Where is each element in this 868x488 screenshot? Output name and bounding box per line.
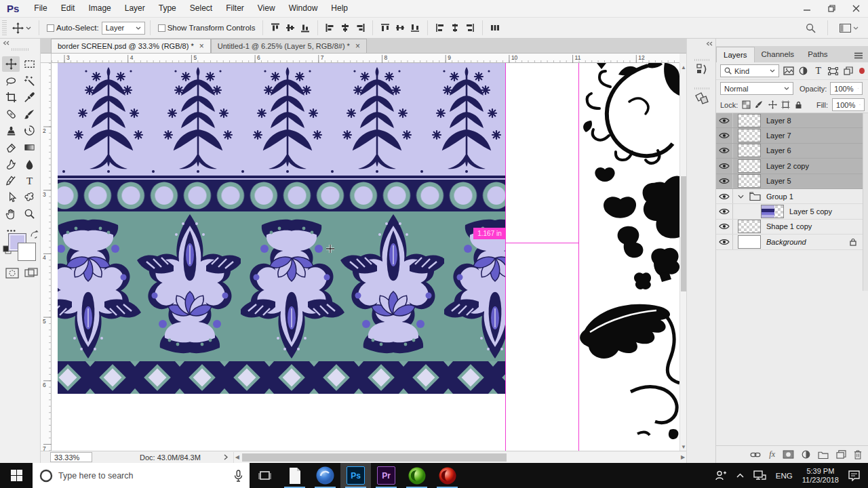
show-transform-toggle[interactable]: Show Transform Controls (155, 24, 258, 32)
workspace-switcher-icon[interactable] (840, 24, 859, 33)
blend-mode-select[interactable]: Normal (720, 82, 793, 95)
panel-scrollbar[interactable] (863, 113, 868, 291)
filter-smart-objects-icon[interactable] (843, 66, 854, 75)
layer-thumbnail[interactable] (738, 129, 761, 142)
tab-channels[interactable]: Channels (755, 47, 802, 62)
pen-tool[interactable] (2, 173, 20, 188)
show-hidden-icons-chevron[interactable] (736, 473, 744, 478)
brush-tool[interactable] (20, 106, 38, 122)
blur-tool[interactable] (20, 157, 38, 172)
quick-mask-icon[interactable] (5, 268, 19, 279)
path-selection-tool[interactable] (2, 190, 20, 205)
taskbar-app-media-green[interactable] (401, 463, 432, 488)
layer-row-layer-8[interactable]: Layer 8 (716, 113, 863, 128)
taskbar-search[interactable] (33, 463, 250, 488)
layer-thumbnail[interactable] (738, 174, 761, 188)
layer-row-background[interactable]: Background (716, 235, 863, 249)
move-tool-preset[interactable] (9, 22, 34, 34)
opacity-input[interactable]: 100% (830, 82, 863, 95)
network-icon[interactable] (753, 470, 766, 481)
menu-filter[interactable]: Filter (219, 0, 251, 17)
layer-row-layer-2-copy[interactable]: Layer 2 copy (716, 159, 863, 174)
align-top-edges-icon[interactable] (269, 21, 282, 35)
menu-layer[interactable]: Layer (118, 0, 152, 17)
close-tab-icon[interactable]: × (199, 43, 204, 49)
crop-tool[interactable] (2, 89, 20, 105)
align-horizontal-centers-icon[interactable] (338, 21, 352, 35)
layer-name[interactable]: Background (766, 238, 806, 246)
search-icon[interactable] (806, 23, 816, 33)
collapse-panels-icon[interactable] (706, 41, 713, 46)
task-view-button[interactable] (250, 463, 279, 488)
group-expand-chevron[interactable] (738, 195, 744, 199)
visibility-toggle[interactable] (716, 235, 733, 249)
filter-toggle[interactable] (859, 68, 865, 74)
show-transform-checkbox[interactable] (158, 24, 165, 32)
canvas-horizontal-scrollbar[interactable]: ◀ ▶ (233, 452, 686, 463)
eraser-tool[interactable] (2, 140, 20, 155)
layer-name[interactable]: Layer 5 (766, 177, 791, 185)
auto-select-target-dropdown[interactable]: Layer (102, 22, 145, 35)
visibility-toggle[interactable] (716, 174, 733, 188)
move-tool[interactable] (2, 56, 20, 72)
scroll-right-icon[interactable]: ▶ (679, 453, 686, 462)
taskbar-app-browser[interactable] (310, 463, 340, 488)
add-layer-mask-icon[interactable] (783, 450, 794, 459)
menu-view[interactable]: View (251, 0, 282, 17)
menu-window[interactable]: Window (282, 0, 325, 17)
filter-adjustment-layers-icon[interactable] (798, 66, 809, 75)
filter-shape-layers-icon[interactable] (828, 67, 839, 75)
align-bottom-edges-icon[interactable] (298, 21, 312, 35)
layer-row-layer-6[interactable]: Layer 6 (716, 144, 863, 159)
visibility-toggle[interactable] (716, 144, 733, 158)
taskbar-app-file-explorer[interactable] (279, 463, 310, 488)
layer-style-icon[interactable]: fx (769, 449, 775, 460)
search-input[interactable] (58, 471, 229, 481)
distribute-top-edges-icon[interactable] (378, 21, 392, 35)
lasso-tool[interactable] (2, 73, 20, 89)
document-tab-2[interactable]: Untitled-1 @ 6.25% (Layer 5, RGB/8#) *× (211, 39, 367, 53)
fill-input[interactable]: 100% (832, 98, 865, 111)
menu-select[interactable]: Select (183, 0, 219, 17)
layer-name[interactable]: Layer 7 (766, 131, 791, 140)
spot-healing-brush-tool[interactable] (2, 106, 20, 122)
screen-mode-icon[interactable] (24, 268, 38, 279)
minimize-button[interactable] (795, 0, 819, 17)
menu-type[interactable]: Type (152, 0, 183, 17)
filter-type-layers-icon[interactable]: T (813, 66, 824, 77)
layer-thumbnail[interactable] (761, 205, 784, 218)
menu-image[interactable]: Image (81, 0, 117, 17)
background-color-swatch[interactable] (18, 243, 36, 261)
taskbar-app-media-red[interactable] (432, 463, 462, 488)
clone-source-panel-icon[interactable] (691, 86, 712, 109)
taskbar-app-photoshop[interactable]: Ps (340, 463, 371, 488)
lock-pixels-icon[interactable] (755, 100, 764, 109)
align-vertical-centers-icon[interactable] (283, 21, 297, 35)
layer-thumbnail[interactable] (738, 159, 761, 173)
layer-thumbnail[interactable] (738, 220, 761, 233)
clock[interactable]: 5:39 PM 11/23/2018 (802, 467, 839, 485)
layer-name[interactable]: Layer 8 (766, 117, 791, 125)
scroll-left-icon[interactable]: ◀ (234, 453, 241, 462)
clone-stamp-tool[interactable] (2, 123, 20, 138)
distribute-spacing-icon[interactable] (488, 21, 502, 35)
menu-edit[interactable]: Edit (54, 0, 82, 17)
people-icon[interactable] (715, 470, 727, 481)
layer-row-layer-5-copy[interactable]: Layer 5 copy (716, 204, 863, 219)
tab-layers[interactable]: Layers (716, 47, 755, 62)
visibility-toggle[interactable] (716, 204, 733, 218)
restore-button[interactable] (819, 0, 844, 17)
lock-position-icon[interactable] (768, 100, 777, 109)
custom-shape-tool[interactable] (20, 190, 38, 205)
lock-artboard-icon[interactable] (781, 100, 790, 109)
collapse-toolbox-icon[interactable] (3, 41, 9, 45)
distribute-vertical-centers-icon[interactable] (393, 21, 407, 35)
gradient-tool[interactable] (20, 140, 38, 155)
close-button[interactable] (844, 0, 868, 17)
start-button[interactable] (0, 463, 33, 488)
language-indicator[interactable]: ENG (776, 472, 793, 480)
vertical-scroll-thumb[interactable] (681, 176, 686, 291)
magic-wand-tool[interactable] (20, 73, 38, 89)
visibility-toggle[interactable] (716, 159, 733, 173)
layer-name[interactable]: Layer 5 copy (789, 207, 832, 216)
